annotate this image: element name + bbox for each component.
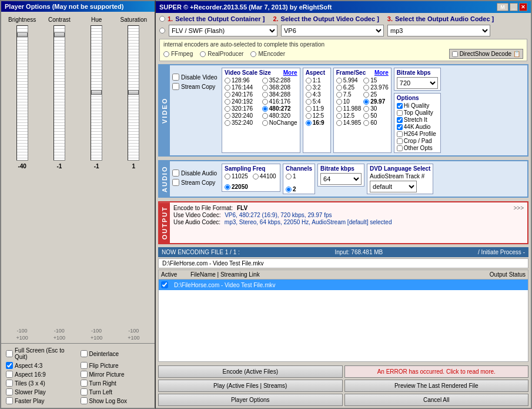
mencoder-radio-item[interactable]: MEncoder: [250, 51, 285, 57]
aspect-3-2[interactable]: 3:2: [306, 84, 328, 91]
deinterlace-checkbox-item[interactable]: Deinterlace: [81, 347, 150, 360]
stream-copy-video-checkbox[interactable]: [172, 83, 179, 90]
disable-audio-checkbox[interactable]: [172, 169, 179, 177]
saturation-thumb[interactable]: [128, 90, 139, 95]
brightness-track[interactable]: [16, 25, 28, 161]
fps-15[interactable]: 15: [363, 77, 389, 84]
44k-audio-item[interactable]: 44K Audio: [397, 124, 438, 130]
aspect-16-9[interactable]: 16:9: [306, 119, 328, 126]
fps-10[interactable]: 10: [336, 98, 362, 105]
h264-profile-checkbox[interactable]: [397, 131, 403, 137]
fps-30[interactable]: 30: [363, 105, 389, 112]
turnleft-checkbox[interactable]: [81, 388, 88, 395]
hi-quality-checkbox[interactable]: [397, 103, 403, 109]
aspect169-checkbox-item[interactable]: Aspect 16:9: [6, 371, 76, 378]
disable-audio-item[interactable]: Disable Audio: [172, 169, 219, 177]
crop-pad-checkbox[interactable]: [397, 138, 403, 144]
audio-bitrate-select[interactable]: 64: [320, 173, 362, 185]
scale-416-176[interactable]: 416:176: [262, 98, 297, 105]
scale-240-176[interactable]: 240:176: [225, 91, 260, 98]
fps-5994[interactable]: 5.994: [336, 77, 362, 84]
fps-23976[interactable]: 23.976: [363, 84, 389, 91]
aspect-4-3[interactable]: 4:3: [306, 91, 328, 98]
tiles-checkbox-item[interactable]: Tiles (3 x 4): [6, 380, 76, 387]
ch1-item[interactable]: 1: [286, 173, 312, 179]
play-active-button[interactable]: Play (Active Files | Streams): [158, 380, 343, 392]
dvd-select[interactable]: default: [370, 181, 417, 192]
fps-14985[interactable]: 14.985: [336, 119, 362, 126]
container-select[interactable]: FLV / SWF (Flash): [169, 25, 277, 36]
fps-25[interactable]: 25: [363, 91, 389, 98]
freq-22050-item[interactable]: 22050: [225, 184, 277, 190]
scale-480-320[interactable]: 480:320: [262, 112, 297, 119]
scale-352-240[interactable]: 352:240: [225, 119, 260, 126]
scale-368-208[interactable]: 368:208: [262, 84, 297, 91]
video-codec-select[interactable]: VP6: [281, 25, 384, 36]
turnleft-checkbox-item[interactable]: Turn Left: [81, 388, 150, 395]
cancel-all-button[interactable]: Cancel All: [344, 394, 529, 406]
crop-pad-item[interactable]: Crop / Pad: [397, 138, 438, 144]
container-radio[interactable]: [159, 16, 165, 22]
stretch-it-item[interactable]: Stretch It: [397, 117, 438, 123]
mirror-checkbox[interactable]: [81, 371, 88, 378]
directshow-button[interactable]: DirectShow Decode 📋: [449, 49, 523, 59]
video-bitrate-select[interactable]: 720: [397, 77, 438, 89]
container-radio2[interactable]: [159, 28, 165, 34]
ch2-item[interactable]: 2: [286, 186, 312, 192]
disable-video-checkbox[interactable]: [172, 74, 179, 81]
top-quality-checkbox[interactable]: [397, 110, 403, 116]
fps-2997[interactable]: 29.97: [363, 98, 389, 105]
close-button[interactable]: ✕: [519, 3, 527, 11]
contrast-track[interactable]: [53, 25, 65, 161]
file-row-checkbox[interactable]: [161, 281, 168, 288]
m-button[interactable]: M: [497, 3, 508, 11]
stream-copy-video-item[interactable]: Stream Copy: [172, 83, 219, 90]
fps-50[interactable]: 50: [363, 112, 389, 119]
faster-checkbox-item[interactable]: Faster Play: [6, 397, 76, 404]
aspect-1-1[interactable]: 1:1: [306, 77, 328, 84]
fps-11988[interactable]: 11.988: [336, 105, 362, 112]
aspect43-checkbox[interactable]: [6, 362, 13, 369]
contrast-thumb[interactable]: [54, 32, 65, 37]
aspect43-checkbox-item[interactable]: Aspect 4:3: [6, 362, 76, 369]
tiles-checkbox[interactable]: [6, 380, 13, 387]
fps-125[interactable]: 12.5: [336, 112, 362, 119]
deinterlace-checkbox[interactable]: [81, 350, 88, 357]
realproducer-radio-item[interactable]: RealProducer: [200, 51, 243, 57]
scale-240-192[interactable]: 240:192: [225, 98, 260, 105]
h264-profile-item[interactable]: H264 Profile: [397, 131, 438, 137]
scale-384-288[interactable]: 384:288: [262, 91, 297, 98]
other-opts-checkbox[interactable]: [397, 145, 403, 151]
output-more-arrows[interactable]: >>>: [513, 205, 524, 211]
stream-copy-audio-item[interactable]: Stream Copy: [172, 179, 219, 186]
scale-352-288[interactable]: 352:288: [262, 77, 297, 84]
freq-11025-item[interactable]: 11025: [225, 173, 248, 179]
showlog-checkbox[interactable]: [81, 397, 88, 404]
realproducer-radio[interactable]: [200, 51, 206, 57]
flip-checkbox-item[interactable]: Flip Picture: [81, 362, 150, 369]
slower-checkbox[interactable]: [6, 388, 13, 395]
showlog-checkbox-item[interactable]: Show Log Box: [81, 397, 150, 404]
saturation-track[interactable]: [128, 25, 139, 161]
directshow-checkbox[interactable]: [452, 51, 458, 57]
aspect-11-9[interactable]: 11:9: [306, 105, 328, 112]
scale-128-96[interactable]: 128:96: [225, 77, 260, 84]
slower-checkbox-item[interactable]: Slower Play: [6, 388, 76, 395]
preview-last-button[interactable]: Preview The Last Rendered File: [344, 380, 529, 392]
fps-more-link[interactable]: More: [374, 69, 389, 76]
freq-44100-item[interactable]: 44100: [253, 173, 276, 179]
scale-320-176[interactable]: 320:176: [225, 105, 260, 112]
minimize-button[interactable]: _: [510, 3, 518, 11]
brightness-thumb[interactable]: [17, 32, 28, 37]
aspect-5-4[interactable]: 5:4: [306, 98, 328, 105]
turnright-checkbox-item[interactable]: Turn Right: [81, 380, 150, 387]
scale-320-240[interactable]: 320:240: [225, 112, 260, 119]
error-message-button[interactable]: An ERROR has occurred. Click to read mor…: [344, 365, 529, 378]
flip-checkbox[interactable]: [81, 362, 88, 369]
aspect169-checkbox[interactable]: [6, 371, 13, 378]
fullscreen-checkbox[interactable]: [6, 350, 13, 357]
mencoder-radio[interactable]: [250, 51, 256, 57]
faster-checkbox[interactable]: [6, 397, 13, 404]
scale-176-144[interactable]: 176:144: [225, 84, 260, 91]
other-opts-item[interactable]: Other Opts: [397, 145, 438, 151]
